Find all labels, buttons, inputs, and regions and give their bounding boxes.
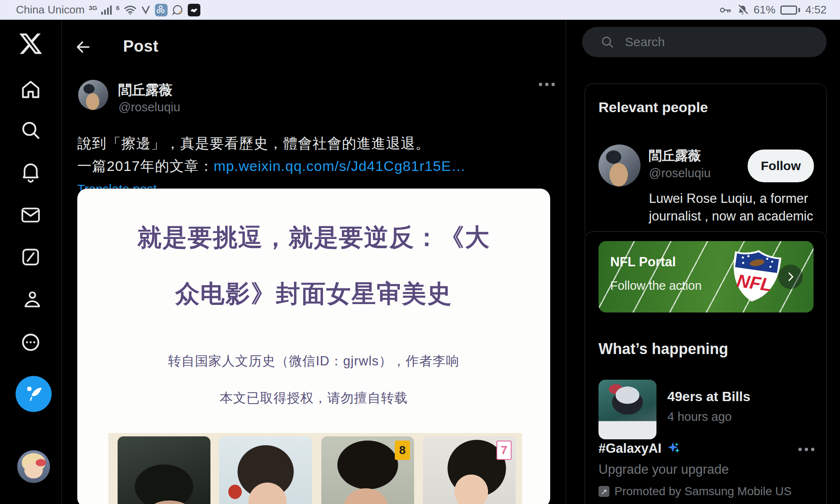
nfl-logo: NFL xyxy=(729,249,782,304)
nfl-portal-title: NFL Portal xyxy=(610,255,676,270)
compose-quill-icon xyxy=(24,384,43,404)
carrier-label: China Unicom xyxy=(16,3,84,16)
home-icon[interactable] xyxy=(20,79,42,100)
trend-more-icon[interactable] xyxy=(798,448,814,451)
volte-icon xyxy=(141,5,151,15)
x-logo-icon[interactable] xyxy=(18,31,43,56)
post-author-handle[interactable]: @roseluqiu xyxy=(118,100,180,114)
trend-timestamp: 4 hours ago xyxy=(667,410,732,424)
post-text-line1: 說到「擦邊」，真是要看歷史，體會社會的進進退退。 xyxy=(77,134,430,153)
post-link[interactable]: mp.weixin.qq.com/s/Jd41Cg81r15E… xyxy=(214,158,466,174)
search-input[interactable]: Search xyxy=(582,27,827,57)
relevant-people-card: Relevant people 閭丘露薇 @roseluqiu Follow L… xyxy=(585,84,827,241)
relevant-user-avatar[interactable] xyxy=(598,144,640,186)
grok-icon[interactable] xyxy=(20,247,41,268)
battery-percent-label: 61% xyxy=(753,3,775,16)
nfl-portal-subtitle: Follow the action xyxy=(610,279,702,293)
follow-button[interactable]: Follow xyxy=(748,150,814,182)
image-title-line2: 众电影》封面女星审美史 xyxy=(77,278,550,310)
messages-icon[interactable] xyxy=(20,205,41,226)
promoted-icon: ↗ xyxy=(598,486,609,497)
sparkles-icon xyxy=(667,441,682,456)
post-author-avatar[interactable] xyxy=(78,80,108,110)
battery-icon xyxy=(780,5,800,15)
relevant-user-handle[interactable]: @roseluqiu xyxy=(649,166,711,180)
whats-happening-card: NFL Portal Follow the action NFL xyxy=(585,231,827,504)
key-icon xyxy=(719,5,732,15)
profile-icon[interactable] xyxy=(20,289,41,310)
account-avatar[interactable] xyxy=(17,450,50,483)
signal-strength-icon xyxy=(101,5,112,15)
chat-bubble-icon xyxy=(172,4,184,16)
compose-post-button[interactable] xyxy=(16,376,52,412)
search-icon xyxy=(601,35,614,49)
nfl-portal-banner[interactable]: NFL Portal Follow the action NFL xyxy=(598,241,814,312)
magazine-photo: 8 xyxy=(321,436,414,504)
magazine-photo: 7 xyxy=(423,436,516,504)
photo-issue-badge: 7 xyxy=(496,441,512,460)
trend-subtitle: Upgrade your upgrade xyxy=(598,462,729,477)
notifications-icon[interactable] xyxy=(20,162,41,183)
trend-thumbnail[interactable] xyxy=(598,380,656,439)
magazine-photo xyxy=(118,436,210,504)
network-3g-badge: 3G xyxy=(89,4,97,11)
promoted-label: Promoted by Samsung Mobile US xyxy=(614,485,792,498)
page-title: Post xyxy=(123,37,158,55)
left-nav-rail xyxy=(0,20,62,504)
post-more-icon[interactable] xyxy=(539,83,555,86)
photo-issue-badge: 8 xyxy=(395,441,410,460)
trend-title[interactable]: 49ers at Bills xyxy=(667,389,750,404)
right-sidebar: Search Relevant people 閭丘露薇 @roseluqiu F… xyxy=(567,20,840,504)
whats-happening-title: What’s happening xyxy=(598,340,728,358)
magazine-photo xyxy=(219,436,312,504)
clock-label: 4:52 xyxy=(805,3,827,16)
image-subtitle-line1: 转自国家人文历史（微信ID：gjrwls），作者李响 xyxy=(77,352,550,370)
post-image-card[interactable]: 就是要挑逗，就是要逆反：《大 众电影》封面女星审美史 转自国家人文历史（微信ID… xyxy=(77,189,550,504)
status-bar: China Unicom 3G 6 xyxy=(0,0,840,20)
promoted-row: ↗ Promoted by Samsung Mobile US xyxy=(598,485,792,498)
wifi-icon xyxy=(124,5,136,16)
post-text-line2: 一篇2017年的文章：mp.weixin.qq.com/s/Jd41Cg81r1… xyxy=(77,157,466,176)
notification-app-icon xyxy=(155,4,168,16)
image-title-line1: 就是要挑逗，就是要逆反：《大 xyxy=(77,221,550,254)
post-detail-column: Post 閭丘露薇 @roseluqiu 說到「擦邊」，真是要看歷史，體會社會的… xyxy=(62,20,566,504)
relevant-user-bio: Luwei Rose Luqiu, a former journalist , … xyxy=(649,190,825,225)
bird-app-icon xyxy=(188,4,200,16)
post-author-name[interactable]: 閭丘露薇 xyxy=(118,81,172,100)
magazine-photo-strip: 8 7 xyxy=(108,433,522,504)
banner-next-chevron-icon[interactable] xyxy=(778,265,803,289)
trend-hashtag[interactable]: #GalaxyAI xyxy=(598,441,662,456)
search-nav-icon[interactable] xyxy=(20,120,41,141)
search-placeholder: Search xyxy=(625,35,665,49)
image-subtitle-line2: 本文已取得授权，请勿擅自转载 xyxy=(77,389,550,407)
relevant-user-name[interactable]: 閭丘露薇 xyxy=(649,147,701,165)
notifications-off-icon xyxy=(737,4,748,16)
more-nav-icon[interactable] xyxy=(20,331,42,353)
post-text-line2-prefix: 一篇2017年的文章： xyxy=(77,158,214,174)
back-button[interactable] xyxy=(75,39,92,55)
relevant-people-title: Relevant people xyxy=(598,99,708,116)
wifi-6-badge: 6 xyxy=(116,4,119,11)
